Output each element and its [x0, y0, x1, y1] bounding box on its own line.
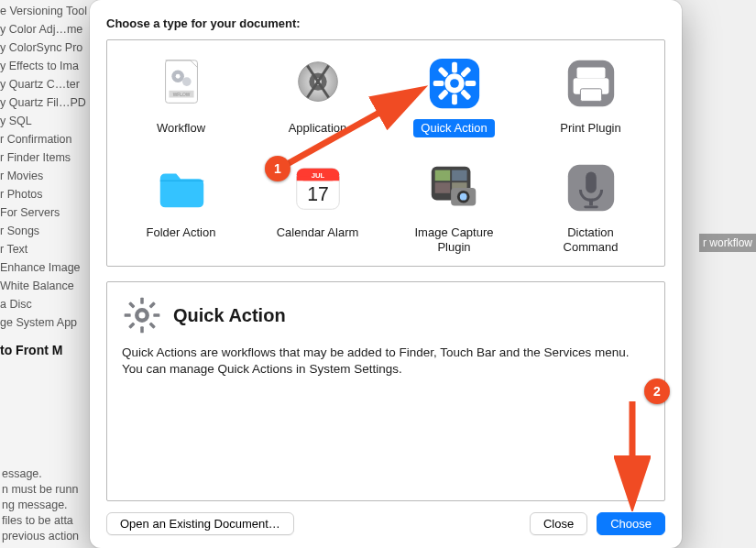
document-type-label: Print Plugin	[553, 119, 628, 137]
svg-point-4	[175, 74, 180, 79]
svg-text:JUL: JUL	[311, 171, 324, 180]
svg-point-36	[459, 193, 466, 201]
background-sidebar-item: r Movies	[0, 167, 100, 185]
background-sidebar-item: r Photos	[0, 185, 100, 203]
svg-point-11	[450, 79, 459, 88]
document-chooser-sheet: Choose a type for your document: WFLOW W…	[90, 0, 682, 548]
description-frame: Quick Action Quick Actions are workflows…	[106, 281, 665, 501]
svg-text:17: 17	[307, 183, 329, 205]
background-sidebar-item: r Text	[0, 240, 100, 258]
document-type-label: Folder Action	[139, 224, 224, 242]
background-sidebar-item: r Songs	[0, 222, 100, 240]
svg-rect-12	[452, 62, 457, 73]
workflow-icon: WFLOW	[151, 53, 212, 114]
background-sidebar-item: a Disc	[0, 295, 100, 313]
document-type-grid: WFLOW Workflow Application	[116, 53, 655, 257]
background-sidebar-item: Enhance Image	[0, 258, 100, 277]
svg-rect-45	[125, 313, 131, 317]
svg-rect-46	[153, 313, 159, 317]
svg-point-5	[181, 77, 191, 86]
document-type-quick-action[interactable]: Quick Action	[389, 53, 519, 137]
background-sidebar-item: y Quartz C…ter	[0, 75, 100, 93]
document-type-grid-frame: WFLOW Workflow Application	[106, 39, 665, 267]
image-capture-icon	[424, 158, 485, 218]
svg-rect-14	[433, 81, 444, 86]
svg-rect-47	[148, 301, 155, 308]
svg-rect-31	[452, 170, 466, 181]
open-existing-button[interactable]: Open an Existing Document…	[106, 512, 294, 535]
description-body: Quick Actions are workflows that may be …	[122, 345, 650, 378]
svg-rect-15	[465, 81, 476, 86]
svg-rect-43	[140, 298, 144, 304]
document-type-workflow[interactable]: WFLOW Workflow	[116, 53, 246, 137]
description-title: Quick Action	[173, 305, 286, 326]
background-sidebar-item: y Quartz Fil…PD	[0, 93, 100, 112]
background-sidebar-bold-row: to Front M	[0, 332, 100, 365]
document-type-folder-action[interactable]: Folder Action	[116, 158, 246, 257]
svg-text:WFLOW: WFLOW	[172, 93, 190, 97]
svg-rect-21	[576, 68, 605, 79]
choose-button[interactable]: Choose	[597, 512, 665, 535]
background-sidebar-item: y Effects to Ima	[0, 57, 100, 75]
sheet-title: Choose a type for your document:	[106, 16, 665, 30]
calendar-alarm-icon: JUL 17	[288, 158, 348, 218]
background-sidebar-item: r Confirmation	[0, 130, 100, 148]
background-right-chip: r workflow	[699, 234, 756, 252]
svg-rect-50	[148, 322, 155, 328]
background-sidebar-item: y SQL	[0, 112, 100, 130]
document-type-application[interactable]: Application	[253, 53, 382, 137]
sheet-footer: Open an Existing Document… Close Choose	[106, 512, 665, 535]
dictation-icon	[561, 158, 621, 218]
background-sidebar-item: y ColorSync Pro	[0, 38, 100, 57]
svg-rect-48	[128, 322, 135, 328]
svg-rect-40	[584, 205, 598, 208]
svg-point-42	[138, 312, 145, 318]
background-sidebar-item: r Finder Items	[0, 148, 100, 167]
document-type-label: Application	[281, 119, 355, 137]
document-type-print-plugin[interactable]: Print Plugin	[526, 53, 655, 137]
close-button[interactable]: Close	[530, 512, 587, 535]
background-sidebar-item: For Servers	[0, 203, 100, 222]
svg-rect-23	[580, 89, 601, 102]
svg-rect-44	[140, 326, 144, 333]
background-sidebar-item: White Balance	[0, 277, 100, 295]
background-sidebar-item: ge System App	[0, 313, 100, 332]
quick-action-icon	[424, 53, 485, 114]
document-type-image-capture-plugin[interactable]: Image Capture Plugin	[389, 158, 519, 257]
document-type-label: Image Capture Plugin	[408, 224, 501, 257]
annotation-step-2: 2	[644, 378, 670, 404]
svg-rect-13	[452, 94, 457, 105]
annotation-step-1: 1	[265, 156, 290, 181]
document-type-label: Dictation Command	[556, 224, 626, 257]
svg-rect-38	[586, 172, 597, 193]
svg-rect-49	[128, 301, 135, 308]
folder-action-icon	[151, 158, 212, 218]
gear-icon	[122, 295, 162, 335]
document-type-label: Quick Action	[413, 119, 494, 137]
application-icon	[288, 53, 348, 114]
svg-rect-30	[434, 170, 449, 181]
document-type-dictation-command[interactable]: Dictation Command	[526, 158, 655, 257]
print-plugin-icon	[561, 53, 621, 114]
background-sidebar-item: y Color Adj…me	[0, 20, 100, 38]
svg-rect-39	[589, 199, 593, 206]
document-type-label: Calendar Alarm	[269, 224, 367, 242]
document-type-label: Workflow	[149, 119, 213, 137]
background-sidebar-item: e Versioning Tool	[0, 2, 100, 20]
svg-rect-32	[434, 182, 449, 193]
